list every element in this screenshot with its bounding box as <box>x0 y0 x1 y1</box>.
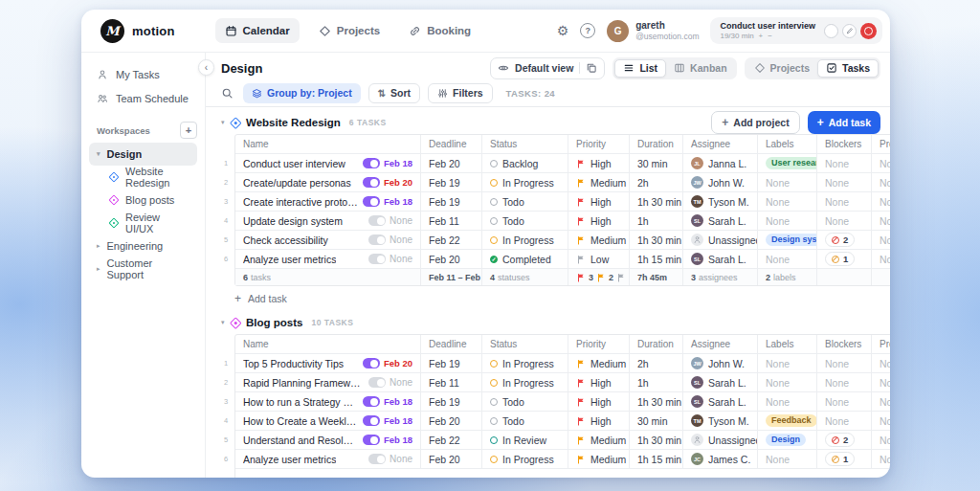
scheduled-date[interactable]: None <box>368 215 412 226</box>
sidebar-item-website-redesign[interactable]: Website Redesign <box>89 166 197 189</box>
progress-cell[interactable]: None <box>872 392 890 411</box>
column-header-blockers[interactable]: Blockers <box>817 135 872 153</box>
assignee-cell[interactable]: JWJohn W. <box>683 354 758 372</box>
column-header-deadline[interactable]: Deadline <box>421 135 482 153</box>
filters-button[interactable]: Filters <box>428 83 493 103</box>
progress-cell[interactable]: None <box>872 373 890 391</box>
nav-item-booking[interactable]: Booking <box>399 18 480 43</box>
assignee-cell[interactable]: TMTyson M. <box>683 192 758 211</box>
duplicate-view-icon[interactable] <box>586 62 597 74</box>
progress-cell[interactable]: None <box>872 212 890 230</box>
status-cell[interactable]: ✓Completed <box>482 250 568 268</box>
group-by-button[interactable]: Group by: Project <box>243 83 361 103</box>
priority-cell[interactable]: High <box>568 212 630 230</box>
task-name-cell[interactable]: 3Create interactive prototypesFeb 18 <box>235 192 421 211</box>
assignee-cell[interactable]: JCJames C. <box>683 450 758 468</box>
scheduled-date[interactable]: Feb 18 <box>363 158 412 168</box>
priority-cell[interactable]: High <box>568 154 630 172</box>
duration-cell[interactable]: 1h 30 min <box>630 392 683 411</box>
assignee-cell[interactable]: JLJanna L. <box>683 154 758 172</box>
status-cell[interactable]: Backlog <box>482 154 568 172</box>
duration-cell[interactable]: 30 min <box>630 154 683 172</box>
deadline-cell[interactable]: Feb 11 <box>421 373 482 391</box>
deadline-cell[interactable]: Feb 19 <box>421 192 482 211</box>
progress-cell[interactable]: None <box>872 231 890 249</box>
labels-cell[interactable]: None <box>758 373 817 391</box>
column-header-priority[interactable]: Priority <box>568 135 630 153</box>
blockers-cell[interactable]: None <box>817 212 872 230</box>
timer-increase-button[interactable]: + <box>759 32 764 40</box>
task-name-cell[interactable]: 6Analyze user metricsNone <box>235 450 421 468</box>
status-cell[interactable]: Todo <box>482 192 568 211</box>
status-cell[interactable]: Todo <box>482 212 568 230</box>
status-cell[interactable]: In Progress <box>482 231 568 249</box>
column-header-progress[interactable]: Progress <box>872 135 890 153</box>
timer-stop-button[interactable] <box>860 23 877 39</box>
blockers-cell[interactable]: None <box>817 192 872 211</box>
column-header-priority[interactable]: Priority <box>568 335 630 353</box>
assignee-cell[interactable]: JWJohn W. <box>683 173 758 191</box>
nav-item-projects[interactable]: Projects <box>309 18 390 43</box>
labels-cell[interactable]: Design system <box>758 231 817 249</box>
assignee-cell[interactable]: SLSarah L. <box>683 212 758 230</box>
scheduled-date[interactable]: Feb 18 <box>363 415 412 426</box>
duration-cell[interactable]: 1h 30 min <box>630 431 683 449</box>
column-header-status[interactable]: Status <box>482 135 568 153</box>
status-cell[interactable]: Todo <box>482 392 568 411</box>
duration-cell[interactable]: 1h 15 min <box>630 250 683 268</box>
default-view-selector[interactable]: Default view <box>490 57 605 79</box>
column-header-assignee[interactable]: Assignee <box>683 335 758 353</box>
progress-cell[interactable]: None <box>872 250 890 268</box>
blockers-cell[interactable]: 1 <box>817 450 872 468</box>
task-name-cell[interactable]: 4Update design systemNone <box>235 212 421 230</box>
duration-cell[interactable]: 1h 30 min <box>630 192 683 211</box>
column-header-assignee[interactable]: Assignee <box>683 135 758 153</box>
column-header-deadline[interactable]: Deadline <box>421 335 482 353</box>
task-name-cell[interactable]: 1Conduct user interviewFeb 18 <box>235 154 421 172</box>
priority-cell[interactable]: Medium <box>568 450 630 468</box>
column-header-duration[interactable]: Duration <box>630 135 683 153</box>
task-name-cell[interactable]: 3How to run a Strategy MeetingFeb 18 <box>235 392 421 411</box>
workspace-design[interactable]: ▾ Design <box>89 143 197 166</box>
status-cell[interactable]: In Progress <box>482 450 568 468</box>
labels-cell[interactable]: None <box>758 212 817 230</box>
blockers-cell[interactable]: None <box>817 373 872 391</box>
scheduled-date[interactable]: Feb 18 <box>363 435 412 445</box>
timer-edit-button[interactable] <box>842 24 857 38</box>
assignee-cell[interactable]: Unassigned <box>683 231 758 249</box>
group-header[interactable]: ▾Blog posts10 TASKS <box>221 313 890 332</box>
labels-cell[interactable]: None <box>758 173 817 191</box>
priority-cell[interactable]: High <box>568 412 630 430</box>
labels-cell[interactable]: None <box>758 250 817 268</box>
scheduled-date[interactable]: None <box>368 234 412 245</box>
add-task-row[interactable]: +Add task <box>234 291 890 306</box>
task-name-cell[interactable]: 4How to Create a Weekly PlanFeb 18 <box>235 412 421 430</box>
priority-cell[interactable]: Medium <box>568 354 630 372</box>
sidebar-item-blog-posts[interactable]: Blog posts <box>89 189 197 212</box>
progress-cell[interactable]: None <box>872 192 890 211</box>
progress-cell[interactable]: None <box>872 450 890 468</box>
deadline-cell[interactable]: Feb 19 <box>421 354 482 372</box>
labels-cell[interactable]: None <box>758 392 817 411</box>
blockers-cell[interactable]: None <box>817 392 872 411</box>
labels-cell[interactable]: None <box>758 354 817 372</box>
column-header-status[interactable]: Status <box>482 335 568 353</box>
view-toggle-list[interactable]: List <box>614 59 666 78</box>
task-name-cell[interactable]: 2Rapid Planning FrameworksNone <box>235 373 421 391</box>
labels-cell[interactable]: Feedback <box>758 412 817 430</box>
task-name-cell[interactable]: 1Top 5 Productivity TipsFeb 20 <box>235 354 421 372</box>
sidebar-item-my-tasks[interactable]: My Tasks <box>89 62 197 86</box>
deadline-cell[interactable]: Feb 22 <box>421 231 482 249</box>
column-header-labels[interactable]: Labels <box>758 135 817 153</box>
status-cell[interactable]: In Progress <box>482 173 568 191</box>
add-task-button[interactable]: + Add task <box>808 111 880 134</box>
column-header-progress[interactable]: Progress <box>872 335 890 353</box>
progress-cell[interactable]: None <box>872 173 890 191</box>
deadline-cell[interactable]: Feb 11 <box>421 212 482 230</box>
priority-cell[interactable]: Medium <box>568 231 630 249</box>
column-header-blockers[interactable]: Blockers <box>817 335 872 353</box>
labels-cell[interactable]: User research <box>758 154 817 172</box>
column-header-duration[interactable]: Duration <box>630 335 683 353</box>
timer-complete-button[interactable] <box>824 24 838 38</box>
blockers-cell[interactable]: 1 <box>817 250 872 268</box>
